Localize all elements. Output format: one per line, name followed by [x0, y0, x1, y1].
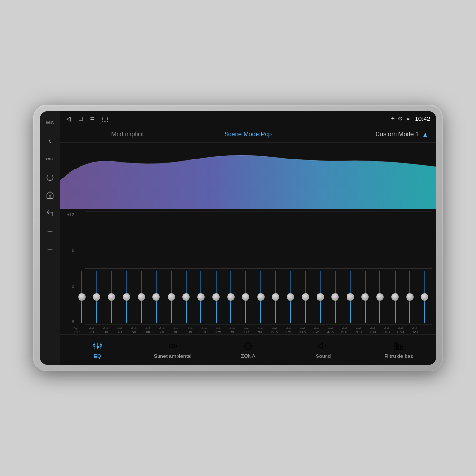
slider-thumb-200[interactable] [257, 293, 265, 301]
q-val-40: 2.2 [117, 326, 122, 330]
slider-col-275[interactable] [283, 271, 298, 323]
freq-q-50: 2.2 [127, 326, 141, 330]
slider-thumb-110[interactable] [197, 293, 205, 301]
slider-thumb-95[interactable] [182, 293, 190, 301]
slider-thumb-30[interactable] [93, 293, 100, 301]
home-nav-icon[interactable]: □ [79, 115, 82, 122]
svg-point-13 [245, 342, 252, 349]
slider-thumb-500[interactable] [347, 293, 354, 301]
slider-col-95[interactable] [178, 271, 193, 323]
svg-marker-19 [319, 343, 323, 349]
power-button[interactable] [41, 169, 59, 186]
slider-thumb-235[interactable] [272, 293, 279, 301]
slider-col-435[interactable] [328, 271, 343, 323]
slider-thumb-40[interactable] [108, 293, 115, 301]
slider-col-860[interactable] [402, 271, 417, 323]
slider-col-235[interactable] [268, 271, 283, 323]
slider-thumb-125[interactable] [212, 293, 220, 301]
nav-zona[interactable]: ZONA [210, 335, 286, 365]
slider-col-500[interactable] [343, 271, 357, 323]
slider-thumb-600[interactable] [361, 293, 369, 301]
freq-q-60: 2.2 [141, 326, 155, 330]
slider-thumb-700[interactable] [376, 293, 384, 301]
scale-6: 6 [64, 248, 74, 253]
freq-val-125: 125 [215, 330, 221, 334]
freq-val-435: 435 [327, 330, 334, 334]
mic-label: MIC [41, 114, 59, 131]
slider-thumb-435[interactable] [331, 293, 339, 301]
slider-thumb-60[interactable] [138, 293, 145, 301]
slider-col-175[interactable] [238, 271, 253, 323]
slider-col-30[interactable] [89, 271, 104, 323]
slider-track-275 [290, 271, 291, 323]
nav-sound[interactable]: Sound [286, 335, 361, 365]
slider-thumb-150[interactable] [227, 293, 235, 301]
freq-q-150: 2.2 [225, 326, 239, 330]
slider-thumb-920[interactable] [421, 293, 428, 301]
slider-fill-30 [96, 298, 97, 323]
slider-col-125[interactable] [208, 271, 223, 323]
nav-eq[interactable]: EQ [60, 335, 135, 365]
slider-thumb-860[interactable] [406, 293, 414, 301]
slider-track-70 [156, 271, 157, 323]
mode-arrow-icon: ▲ [422, 130, 428, 138]
slider-col-60[interactable] [134, 271, 149, 323]
screenshot-nav-icon[interactable]: ⬚ [102, 115, 108, 122]
freq-q-110: 2.2 [197, 326, 211, 330]
freq-q-600: 2.2 [352, 326, 366, 330]
back-button[interactable] [41, 132, 59, 149]
slider-col-600[interactable] [357, 271, 372, 323]
slider-col-800[interactable] [387, 271, 402, 323]
bluetooth-icon: ✦ [390, 115, 395, 122]
slider-track-110 [200, 271, 201, 323]
slider-col-70[interactable] [149, 271, 164, 323]
freq-fc-275: 275 [281, 330, 296, 334]
back-nav-icon[interactable]: ◁ [66, 115, 71, 122]
slider-thumb-800[interactable] [391, 293, 399, 301]
slider-fill-125 [216, 298, 217, 323]
freq-q-800: 2.2 [380, 326, 394, 330]
mode-custom[interactable]: Custom Mode 1 ▲ [308, 130, 428, 138]
freq-fc-800: 800 [380, 330, 394, 334]
slider-col-375[interactable] [313, 271, 327, 323]
slider-col-920[interactable] [417, 271, 432, 323]
device-screen: MIC RST [40, 111, 436, 365]
slider-col-315[interactable] [298, 271, 313, 323]
freq-val-70: 70 [160, 330, 164, 334]
slider-thumb-70[interactable] [152, 293, 160, 301]
nav-ambient[interactable]: Sunet ambiental [135, 335, 210, 365]
slider-col-150[interactable] [223, 271, 238, 323]
slider-col-700[interactable] [373, 271, 387, 323]
menu-nav-icon[interactable]: ≡ [90, 115, 94, 122]
slider-col-200[interactable] [253, 271, 268, 323]
mode-implicit[interactable]: Mod implicit [68, 130, 188, 138]
slider-thumb-315[interactable] [302, 293, 309, 301]
freq-fc-315: 315 [296, 330, 310, 334]
slider-col-40[interactable] [104, 271, 119, 323]
freq-fc-30: 30 [99, 330, 113, 334]
bass-icon [393, 341, 404, 351]
q-val-375: 2.2 [314, 326, 319, 330]
slider-thumb-275[interactable] [287, 293, 294, 301]
slider-thumb-175[interactable] [242, 293, 249, 301]
nav-bass[interactable]: Filtru de bas [361, 335, 436, 365]
slider-thumb-20[interactable] [78, 293, 86, 301]
slider-fill-275 [290, 298, 291, 323]
scale-plus12: +12 [64, 212, 74, 217]
freq-q-235: 2.2 [268, 326, 282, 330]
vol-down-button[interactable] [41, 241, 59, 258]
slider-thumb-50[interactable] [123, 293, 130, 301]
freq-fc-200: 200 [253, 330, 268, 334]
slider-thumb-80[interactable] [168, 293, 175, 301]
freq-q-125: 2.2 [211, 326, 226, 330]
slider-col-50[interactable] [119, 271, 134, 323]
mode-scene[interactable]: Scene Mode:Pop [188, 130, 308, 138]
slider-thumb-375[interactable] [317, 293, 324, 301]
return-button[interactable] [41, 205, 59, 222]
slider-col-110[interactable] [194, 271, 208, 323]
vol-up-button[interactable] [41, 223, 59, 240]
home-button[interactable] [41, 187, 59, 204]
slider-col-20[interactable] [74, 271, 89, 323]
slider-col-80[interactable] [164, 271, 178, 323]
q-val-200: 2.2 [258, 326, 263, 330]
